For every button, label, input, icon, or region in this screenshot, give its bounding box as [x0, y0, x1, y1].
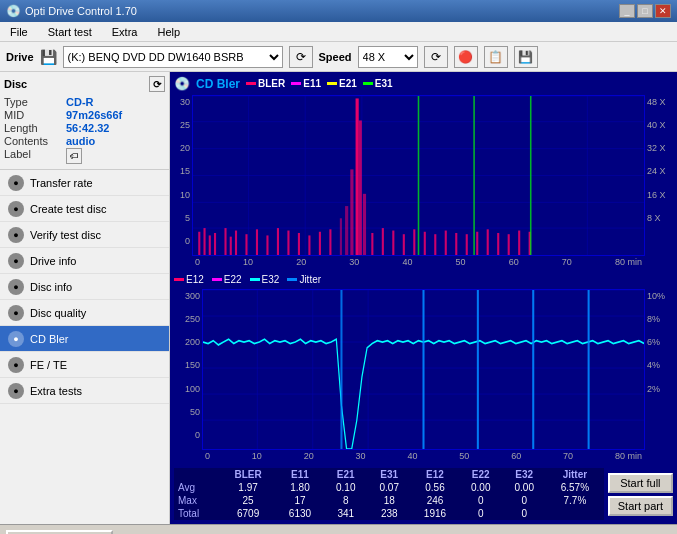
svg-rect-32	[345, 206, 348, 255]
svg-rect-35	[371, 233, 373, 255]
top-chart-area: 302520151050	[174, 95, 673, 256]
svg-rect-49	[518, 231, 520, 255]
stats-total-row: Total 6709 6130 341 238 1916 0 0	[174, 507, 604, 520]
nav-transfer-rate[interactable]: ● Transfer rate	[0, 170, 169, 196]
top-y-axis: 302520151050	[174, 95, 192, 256]
menu-start-test[interactable]: Start test	[42, 25, 98, 39]
disc-header: Disc ⟳	[4, 76, 165, 92]
nav-fe-te[interactable]: ● FE / TE	[0, 352, 169, 378]
nav-items: ● Transfer rate ● Create test disc ● Ver…	[0, 170, 169, 524]
chart-title-text: CD Bler	[196, 77, 240, 91]
svg-rect-26	[308, 235, 310, 255]
status-bar: Status window >> Test completed 100.0% 0…	[0, 524, 677, 534]
nav-cd-bler[interactable]: ● CD Bler	[0, 326, 169, 352]
toolbar-btn-1[interactable]: ⟳	[424, 46, 448, 68]
top-x-axis: 01020304050607080 min	[193, 257, 644, 267]
svg-rect-42	[445, 231, 447, 255]
stats-max-row: Max 25 17 8 18 246 0 0 7.7%	[174, 494, 604, 507]
nav-icon-create: ●	[8, 201, 24, 217]
status-window-button[interactable]: Status window >>	[6, 530, 113, 535]
disc-section: Disc ⟳ Type CD-R MID 97m26s66f Length 56…	[0, 72, 169, 170]
speed-label: Speed	[319, 51, 352, 63]
svg-rect-31	[350, 169, 353, 255]
svg-rect-21	[256, 229, 258, 255]
left-panel: Disc ⟳ Type CD-R MID 97m26s66f Length 56…	[0, 72, 170, 524]
legend-bler: BLER	[246, 78, 285, 89]
svg-rect-43	[455, 233, 457, 255]
svg-rect-15	[209, 235, 211, 255]
bottom-legend: E12 E22 E32 Jitter	[174, 274, 673, 287]
nav-icon-extra-tests: ●	[8, 383, 24, 399]
toolbar-btn-3[interactable]: 📋	[484, 46, 508, 68]
toolbar: Drive 💾 (K:) BENQ DVD DD DW1640 BSRB ⟳ S…	[0, 42, 677, 72]
svg-rect-16	[214, 233, 216, 255]
chart-header: 💿 CD Bler BLER E11 E21 E31	[174, 76, 673, 93]
svg-rect-41	[434, 234, 436, 255]
start-part-button[interactable]: Start part	[608, 496, 673, 516]
svg-rect-47	[497, 233, 499, 255]
svg-rect-45	[476, 232, 478, 255]
disc-refresh-button[interactable]: ⟳	[149, 76, 165, 92]
svg-rect-39	[413, 229, 415, 255]
disc-label-icon[interactable]: 🏷	[66, 148, 82, 164]
menu-bar: File Start test Extra Help	[0, 22, 677, 42]
speed-select[interactable]: 48 X	[358, 46, 418, 68]
svg-rect-44	[466, 234, 468, 255]
nav-create-test-disc[interactable]: ● Create test disc	[0, 196, 169, 222]
svg-rect-38	[403, 234, 405, 255]
svg-rect-34	[340, 218, 342, 255]
close-button[interactable]: ✕	[655, 4, 671, 18]
svg-rect-13	[198, 232, 200, 255]
menu-file[interactable]: File	[4, 25, 34, 39]
nav-icon-verify: ●	[8, 227, 24, 243]
menu-help[interactable]: Help	[151, 25, 186, 39]
svg-rect-36	[382, 228, 384, 255]
nav-icon-disc-info: ●	[8, 279, 24, 295]
bottom-x-axis: 01020304050607080 min	[203, 451, 644, 461]
disc-length-row: Length 56:42.32	[4, 122, 165, 134]
top-chart: 01020304050607080 min	[192, 95, 645, 256]
drive-select[interactable]: (K:) BENQ DVD DD DW1640 BSRB	[63, 46, 283, 68]
nav-verify-test-disc[interactable]: ● Verify test disc	[0, 222, 169, 248]
nav-extra-tests[interactable]: ● Extra tests	[0, 378, 169, 404]
nav-disc-info[interactable]: ● Disc info	[0, 274, 169, 300]
svg-rect-23	[277, 228, 279, 255]
nav-icon-cd-bler: ●	[8, 331, 24, 347]
nav-drive-info[interactable]: ● Drive info	[0, 248, 169, 274]
drive-label: Drive	[6, 51, 34, 63]
menu-extra[interactable]: Extra	[106, 25, 144, 39]
drive-refresh-button[interactable]: ⟳	[289, 46, 313, 68]
svg-rect-46	[487, 229, 489, 255]
title-controls: _ □ ✕	[619, 4, 671, 18]
legend-jitter: Jitter	[287, 274, 321, 285]
svg-rect-48	[508, 234, 510, 255]
svg-rect-14	[203, 228, 205, 255]
start-buttons: Start full Start part	[604, 468, 673, 520]
top-chart-svg	[193, 96, 644, 255]
legend-e11: E11	[291, 78, 321, 89]
nav-icon-transfer-rate: ●	[8, 175, 24, 191]
stats-avg-row: Avg 1.97 1.80 0.10 0.07 0.56 0.00 0.00 6…	[174, 481, 604, 494]
nav-disc-quality[interactable]: ● Disc quality	[0, 300, 169, 326]
drive-icon: 💾	[40, 49, 57, 65]
stats-table: BLERE11E21E31 E12E22E32Jitter Avg 1.97 1…	[174, 468, 604, 520]
bottom-chart: 01020304050607080 min	[202, 289, 645, 450]
app-title: Opti Drive Control 1.70	[25, 5, 137, 17]
svg-rect-25	[298, 233, 300, 255]
toolbar-btn-2[interactable]: 🔴	[454, 46, 478, 68]
start-full-button[interactable]: Start full	[608, 473, 673, 493]
svg-rect-24	[287, 231, 289, 255]
nav-icon-fe-te: ●	[8, 357, 24, 373]
svg-rect-40	[424, 232, 426, 255]
bottom-y-axis: 300250200150100500	[174, 289, 202, 450]
legend-e12: E12	[174, 274, 204, 285]
legend-e22: E22	[212, 274, 242, 285]
bottom-chart-area: 300250200150100500	[174, 289, 673, 450]
legend-e31: E31	[363, 78, 393, 89]
minimize-button[interactable]: _	[619, 4, 635, 18]
svg-rect-19	[235, 231, 237, 255]
svg-rect-33	[363, 194, 366, 255]
toolbar-btn-4[interactable]: 💾	[514, 46, 538, 68]
stats-area: BLERE11E21E31 E12E22E32Jitter Avg 1.97 1…	[174, 468, 673, 520]
maximize-button[interactable]: □	[637, 4, 653, 18]
